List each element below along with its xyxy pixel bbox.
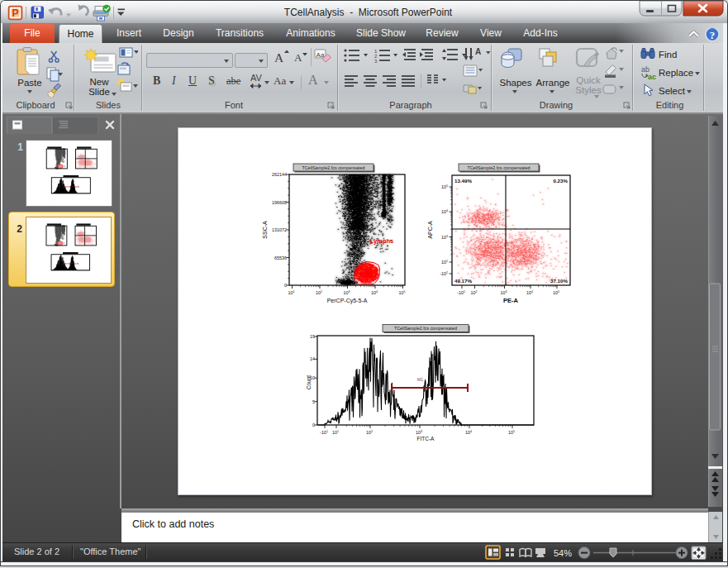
svg-text:APC-A: APC-A: [427, 221, 433, 239]
svg-text:A: A: [274, 50, 284, 64]
svg-text:3: 3: [374, 59, 378, 64]
svg-text:104: 104: [441, 209, 448, 214]
svg-text:A: A: [475, 47, 481, 56]
svg-text:102: 102: [366, 430, 373, 435]
svg-text:103: 103: [416, 430, 422, 435]
svg-text:54%: 54%: [554, 548, 572, 558]
svg-text:-101: -101: [457, 290, 465, 295]
svg-text:SSC-A: SSC-A: [262, 221, 268, 239]
svg-text:-101: -101: [320, 430, 328, 435]
svg-text:13.49%: 13.49%: [454, 178, 472, 184]
svg-text:104: 104: [526, 290, 533, 295]
svg-text:PE-A: PE-A: [503, 297, 519, 304]
svg-text:103: 103: [441, 235, 448, 240]
svg-text:102: 102: [441, 260, 448, 265]
svg-text:ac: ac: [648, 73, 656, 81]
svg-text:-102: -102: [440, 271, 448, 276]
svg-text:A: A: [294, 51, 302, 64]
svg-text:49.17%: 49.17%: [454, 278, 472, 284]
svg-text:196608: 196608: [272, 200, 287, 205]
svg-text:?: ?: [710, 29, 716, 41]
svg-text:PerCP-Cy5-5-A: PerCP-Cy5-5-A: [327, 298, 368, 304]
svg-text:262144: 262144: [272, 172, 287, 177]
svg-text:14: 14: [310, 356, 315, 361]
svg-text:101: 101: [288, 290, 295, 295]
svg-text:M1: M1: [417, 377, 423, 382]
svg-text:104: 104: [371, 290, 378, 295]
svg-text:105: 105: [441, 184, 448, 189]
svg-text:131072: 131072: [272, 227, 287, 232]
svg-text:Aa: Aa: [316, 51, 325, 59]
svg-text:Count: Count: [306, 375, 312, 390]
svg-text:103: 103: [501, 290, 507, 295]
svg-text:102: 102: [471, 290, 478, 295]
svg-text:19: 19: [310, 334, 315, 339]
svg-text:105: 105: [553, 290, 559, 295]
svg-text:103: 103: [344, 290, 350, 295]
svg-text:FITC-A: FITC-A: [417, 436, 435, 442]
svg-text:105: 105: [508, 430, 515, 435]
svg-text:TCellSample2.fcs compensated: TCellSample2.fcs compensated: [467, 165, 530, 170]
svg-text:105: 105: [399, 290, 406, 295]
svg-text:101: 101: [332, 430, 339, 435]
svg-text:Lymphs: Lymphs: [370, 237, 393, 245]
svg-text:37.10%: 37.10%: [550, 278, 568, 284]
svg-text:0.23%: 0.23%: [553, 178, 568, 184]
svg-text:65536: 65536: [274, 255, 287, 260]
svg-text:TCellSample2.fcs compensated: TCellSample2.fcs compensated: [302, 165, 364, 170]
svg-text:TCellSample2.fcs compensated: TCellSample2.fcs compensated: [394, 326, 457, 331]
svg-text:104: 104: [465, 430, 472, 435]
svg-text:102: 102: [316, 290, 322, 295]
